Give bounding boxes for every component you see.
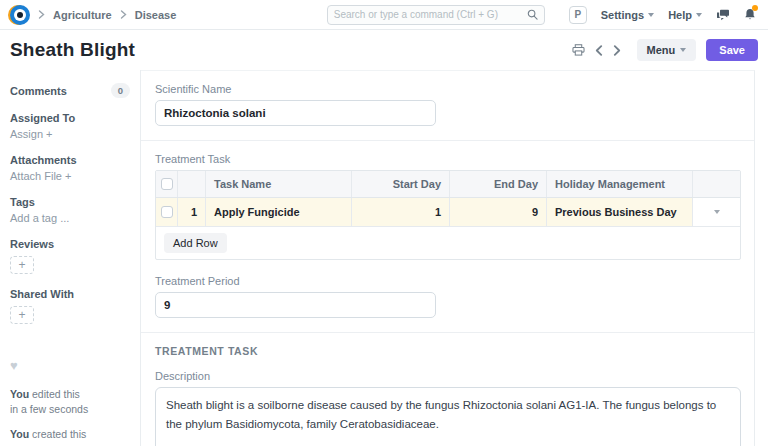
breadcrumb-disease[interactable]: Disease (135, 9, 177, 21)
description-label: Description (155, 370, 740, 382)
edited-time: in a few seconds (10, 403, 88, 415)
breadcrumb-agriculture[interactable]: Agriculture (53, 9, 112, 21)
help-menu[interactable]: Help (668, 9, 702, 21)
section-treatment-task-details: TREATMENT TASK Description Sheath blight… (141, 332, 754, 446)
cell-end-day[interactable]: 9 (450, 198, 547, 226)
grid-row-1: 1 Apply Fungicide 1 9 Previous Business … (156, 198, 740, 226)
cell-task-name[interactable]: Apply Fungicide (206, 198, 352, 226)
section-scientific-name: Scientific Name (141, 71, 754, 140)
top-navbar: Agriculture Disease P Settings Help (0, 0, 768, 30)
global-search (327, 5, 545, 25)
col-utility (693, 171, 740, 197)
treatment-task-grid: Task Name Start Day End Day Holiday Mana… (155, 170, 741, 260)
edited-meta: You edited this in a few seconds (10, 387, 130, 417)
chevron-right-icon[interactable] (613, 45, 621, 56)
notifications-bell-icon[interactable] (744, 8, 756, 21)
col-end-day: End Day (450, 171, 547, 197)
assigned-to-label: Assigned To (10, 112, 130, 124)
description-textarea[interactable]: Sheath blight is a soilborne disease cau… (155, 387, 741, 446)
scientific-name-input[interactable] (155, 100, 436, 126)
share-button[interactable]: + (10, 306, 34, 324)
shared-with-label: Shared With (10, 288, 130, 300)
chevron-right-icon (120, 10, 127, 19)
add-row-button[interactable]: Add Row (164, 233, 227, 253)
like-heart-icon[interactable]: ♥ (10, 358, 130, 373)
grid-index-header (178, 171, 206, 197)
chat-icon[interactable] (716, 9, 730, 21)
settings-menu[interactable]: Settings (601, 9, 654, 21)
grid-header-row: Task Name Start Day End Day Holiday Mana… (156, 171, 740, 198)
menu-button-label: Menu (647, 44, 676, 56)
add-review-button[interactable]: + (10, 256, 34, 274)
reviews-label: Reviews (10, 238, 130, 250)
row-checkbox[interactable] (161, 206, 173, 218)
col-start-day: Start Day (352, 171, 450, 197)
chevron-right-icon (38, 10, 45, 19)
treatment-period-input[interactable] (155, 292, 436, 318)
attachments-label: Attachments (10, 154, 130, 166)
help-label: Help (668, 9, 692, 21)
form-sidebar: Comments 0 Assigned To Assign + Attachme… (0, 70, 141, 446)
created-by: You (10, 428, 29, 440)
chevron-left-icon[interactable] (595, 45, 603, 56)
row-index: 1 (178, 198, 206, 226)
edited-text: edited this (29, 388, 80, 400)
chevron-down-icon (714, 210, 720, 214)
app-logo[interactable] (10, 5, 30, 25)
treatment-task-section-heading: TREATMENT TASK (155, 345, 740, 357)
user-avatar[interactable]: P (569, 6, 587, 24)
chevron-down-icon (648, 13, 654, 17)
col-holiday-management: Holiday Management (547, 171, 693, 197)
save-button[interactable]: Save (706, 39, 758, 61)
settings-label: Settings (601, 9, 644, 21)
notification-dot (752, 5, 758, 11)
chevron-down-icon (680, 48, 686, 52)
section-treatment: Treatment Task Task Name Start Day End D… (141, 140, 754, 332)
assign-link[interactable]: Assign + (10, 128, 130, 140)
chevron-down-icon (696, 13, 702, 17)
grid-footer: Add Row (156, 226, 740, 259)
treatment-task-label: Treatment Task (155, 153, 740, 165)
page-header: Sheath Blight Menu Save (0, 30, 768, 70)
search-icon (527, 9, 538, 20)
attach-file-link[interactable]: Attach File + (10, 170, 130, 182)
logo-center-dot (17, 12, 23, 18)
print-icon[interactable] (572, 44, 585, 56)
treatment-period-label: Treatment Period (155, 275, 740, 287)
cell-start-day[interactable]: 1 (352, 198, 450, 226)
col-task-name: Task Name (206, 171, 352, 197)
scientific-name-label: Scientific Name (155, 83, 740, 95)
content-area: Comments 0 Assigned To Assign + Attachme… (0, 70, 768, 446)
comments-label: Comments (10, 85, 67, 97)
page-title: Sheath Blight (10, 39, 135, 61)
menu-button[interactable]: Menu (637, 39, 697, 61)
row-expand-caret[interactable] (693, 198, 740, 226)
search-input[interactable] (334, 9, 527, 20)
add-tag-input[interactable]: Add a tag ... (10, 212, 130, 224)
cell-holiday-management[interactable]: Previous Business Day (547, 198, 693, 226)
comments-count-badge: 0 (111, 83, 130, 98)
select-all-checkbox[interactable] (161, 178, 173, 190)
created-meta: You created this 2 hours ago (10, 427, 130, 446)
tags-label: Tags (10, 196, 130, 208)
created-text: created this (29, 428, 86, 440)
form-body: Scientific Name Treatment Task Task Name… (141, 70, 755, 446)
edited-by: You (10, 388, 29, 400)
